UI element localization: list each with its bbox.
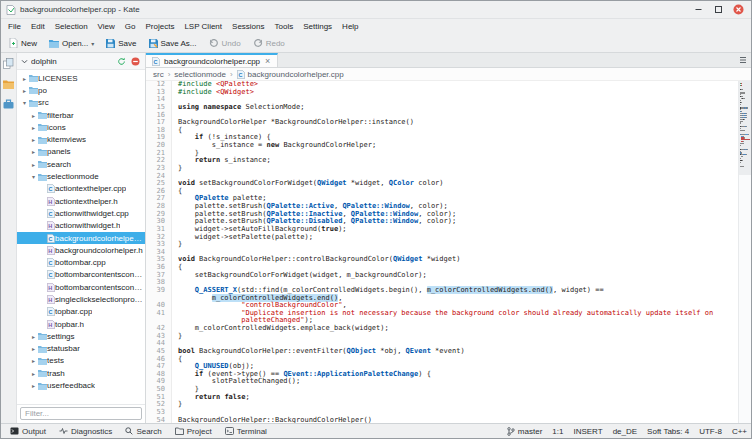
expand-arrow-icon[interactable]: ▸ [29,124,38,131]
expand-arrow-icon[interactable]: ▸ [20,75,29,82]
new-button[interactable]: New [4,36,42,50]
tree-file-actiontexthelper-h[interactable]: Hactiontexthelper.h [17,195,145,207]
filter-input[interactable] [20,407,142,420]
tree-folder-selectionmode[interactable]: ▾selectionmode [17,170,145,182]
tab-settings[interactable]: Soft Tabs: 4 [647,427,689,436]
minimap-scrollbar[interactable] [738,81,751,423]
svg-text:C: C [48,273,52,279]
code-text: void setBackgroundColorForWidget(QWidget… [172,180,444,188]
highlight-mode[interactable]: C++ [732,427,747,436]
menu-file[interactable]: File [3,20,26,33]
dictionary[interactable]: de_DE [613,427,637,436]
breadcrumb-item-selectionmode[interactable]: selectionmode [174,70,226,79]
git-branch[interactable]: master [507,427,542,436]
expand-arrow-icon[interactable]: ▸ [29,333,38,340]
save-button[interactable]: Save [101,37,141,50]
menu-help[interactable]: Help [337,20,363,33]
tree-file-backgroundcolorhelper-cpp[interactable]: Cbackgroundcolorhelper.cpp [17,232,145,244]
tree-file-backgroundcolorhelper-h[interactable]: Hbackgroundcolorhelper.h [17,244,145,256]
filesystem-tool-button[interactable] [2,77,15,90]
panel-toggle-terminal[interactable]: Terminal [220,426,272,437]
panel-toggle-diagnostics[interactable]: Diagnostics [54,426,117,437]
tree-folder-licenses[interactable]: ▸LICENSES [17,72,145,84]
breadcrumb-item-backgroundcolorhelper-cpp[interactable]: Cbackgroundcolorhelper.cpp [237,70,344,79]
stop-icon[interactable] [130,56,141,67]
menu-projects[interactable]: Projects [140,20,179,33]
documents-tool-button[interactable] [2,57,15,70]
expand-arrow-icon[interactable]: ▸ [29,370,38,377]
tab-close-icon[interactable]: × [264,57,271,66]
menu-lsp-client[interactable]: LSP Client [179,20,227,33]
input-mode[interactable]: INSERT [573,427,602,436]
tree-file-bottombar-cpp[interactable]: Cbottombar.cpp [17,256,145,268]
panel-toggle-project[interactable]: Project [170,426,217,437]
menu-sessions[interactable]: Sessions [227,20,269,33]
menu-edit[interactable]: Edit [26,20,50,33]
panel-toggle-search[interactable]: Search [120,426,166,437]
tree-item-label: tests [47,356,64,365]
minimize-button[interactable] [690,3,706,17]
close-button[interactable] [730,3,746,17]
menu-go[interactable]: Go [120,20,141,33]
refresh-icon[interactable] [116,56,127,67]
expand-arrow-icon[interactable]: ▸ [29,136,38,143]
save-as-button[interactable]: Save As... [144,37,202,50]
breadcrumb-item-src[interactable]: src [153,70,164,79]
expand-arrow-icon[interactable]: ▸ [29,345,38,352]
tree-file-actionwithwidget-h[interactable]: Hactionwithwidget.h [17,220,145,232]
fold-margin [165,119,172,127]
tree-folder-tests[interactable]: ▸tests [17,355,145,367]
menu-view[interactable]: View [93,20,120,33]
tree-folder-src[interactable]: ▾src [17,97,145,109]
document-list-button[interactable] [739,56,747,64]
tree-folder-settings[interactable]: ▸settings [17,330,145,342]
expand-arrow-icon[interactable]: ▸ [29,161,38,168]
tree-folder-filterbar[interactable]: ▸filterbar [17,109,145,121]
tree-file-bottombarcontentscontainer-cpp[interactable]: Cbottombarcontentscontainer.cpp [17,269,145,281]
menu-settings[interactable]: Settings [298,20,337,33]
maximize-button[interactable] [710,3,726,17]
collapse-arrow-icon[interactable]: ▾ [29,173,38,180]
minimap-viewport[interactable] [739,81,751,175]
tree-file-topbar-h[interactable]: Htopbar.h [17,318,145,330]
project-selector[interactable]: dolphin [31,57,113,66]
cursor-position[interactable]: 1:1 [552,427,563,436]
tree-folder-trash[interactable]: ▸trash [17,367,145,379]
collapse-arrow-icon[interactable]: ▾ [20,99,29,106]
menu-selection[interactable]: Selection [50,20,93,33]
code-text: } [172,241,182,249]
fold-margin [165,279,172,287]
svg-text:H: H [48,297,52,303]
tree-folder-search[interactable]: ▸search [17,158,145,170]
tree-folder-kitemviews[interactable]: ▸kitemviews [17,133,145,145]
projects-tool-button[interactable] [2,97,15,110]
expand-arrow-icon[interactable]: ▸ [20,87,29,94]
open-button[interactable]: Open...▾ [44,37,99,50]
tree-file-actiontexthelper-cpp[interactable]: Cactiontexthelper.cpp [17,183,145,195]
expand-arrow-icon[interactable]: ▸ [29,382,38,389]
expand-arrow-icon[interactable]: ▸ [29,357,38,364]
editor-text-area[interactable]: 12#include <QPalette>13#include <QWidget… [146,81,738,423]
menu-tools[interactable]: Tools [270,20,299,33]
tree-file-bottombarcontentscontainer-h[interactable]: Hbottombarcontentscontainer.h [17,281,145,293]
expand-arrow-icon[interactable]: ▸ [29,148,38,155]
menu-bar: FileEditSelectionViewGoProjectsLSP Clien… [1,19,751,34]
tree-item-label: actionwithwidget.cpp [55,209,129,218]
tree-folder-po[interactable]: ▸po [17,84,145,96]
tree-item-label: topbar.h [55,320,84,329]
tree-item-label: icons [47,123,66,132]
tree-folder-icons[interactable]: ▸icons [17,121,145,133]
tree-file-topbar-cpp[interactable]: Ctopbar.cpp [17,306,145,318]
tree-folder-statusbar[interactable]: ▸statusbar [17,343,145,355]
panel-toggle-output[interactable]: Output [5,426,51,437]
title-bar[interactable]: backgroundcolorhelper.cpp - Kate [1,1,751,19]
tree-folder-userfeedback[interactable]: ▸userfeedback [17,379,145,391]
window-title: backgroundcolorhelper.cpp - Kate [20,5,140,14]
encoding[interactable]: UTF-8 [699,427,722,436]
tab-backgroundcolorhelper-cpp[interactable]: C backgroundcolorhelper.cpp × [146,53,278,67]
tree-file-actionwithwidget-cpp[interactable]: Cactionwithwidget.cpp [17,207,145,219]
save-icon [106,39,115,48]
tree-folder-panels[interactable]: ▸panels [17,146,145,158]
tree-file-singleclickselectionproxystyle-h[interactable]: Hsingleclickselectionproxystyle.h [17,293,145,305]
expand-arrow-icon[interactable]: ▸ [29,112,38,119]
